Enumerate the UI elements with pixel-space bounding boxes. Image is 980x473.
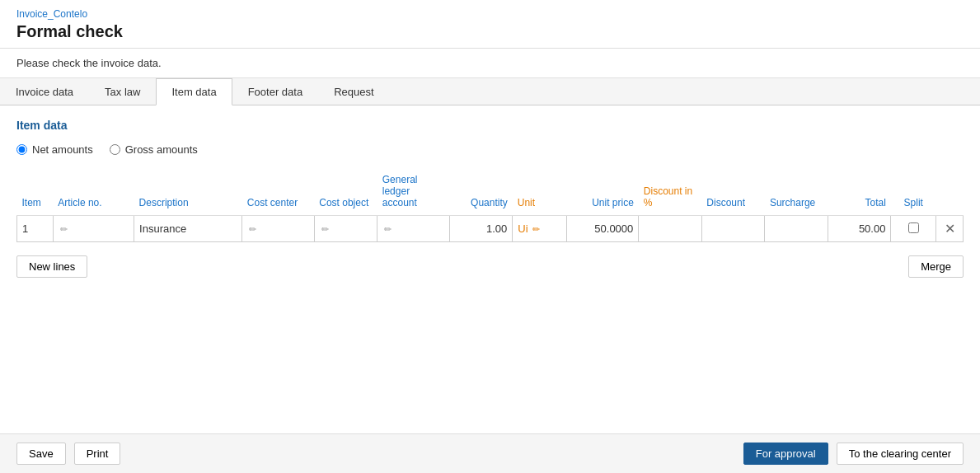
- tab-invoice-data[interactable]: Invoice data: [0, 78, 89, 105]
- cell-discount: [701, 216, 765, 242]
- row-actions: New lines Merge: [16, 255, 964, 278]
- cell-ledger[interactable]: ✏: [377, 216, 449, 242]
- col-header-split: Split: [891, 169, 936, 216]
- gross-amounts-label: Gross amounts: [125, 143, 198, 156]
- col-header-total: Total: [828, 169, 891, 216]
- net-amounts-option[interactable]: Net amounts: [16, 143, 93, 156]
- save-button[interactable]: Save: [16, 443, 66, 465]
- col-header-cost-object: Cost object: [314, 169, 377, 216]
- col-header-discount: Discount: [701, 169, 765, 216]
- print-button[interactable]: Print: [74, 443, 121, 465]
- delete-row-button[interactable]: ✕: [945, 221, 955, 236]
- cell-unit-price: 50.0000: [566, 216, 638, 242]
- col-header-description: Description: [134, 169, 242, 216]
- tab-footer-data[interactable]: Footer data: [232, 78, 319, 105]
- footer-right-actions: For approval To the clearing center: [743, 443, 964, 465]
- content-area: Item data Net amounts Gross amounts Item…: [0, 105, 980, 433]
- col-header-quantity: Quantity: [449, 169, 513, 216]
- footer: Save Print For approval To the clearing …: [0, 433, 980, 473]
- unit-edit-icon[interactable]: ✏: [532, 224, 540, 234]
- col-header-unit: Unit: [513, 169, 567, 216]
- col-header-item: Item: [17, 169, 54, 216]
- cell-quantity: 1.00: [449, 216, 513, 242]
- col-header-article: Article no.: [53, 169, 134, 216]
- table-header-row: Item Article no. Description Cost center…: [17, 169, 964, 216]
- table-row: 1 ✏ Insurance ✏ ✏: [17, 216, 964, 242]
- tab-tax-law[interactable]: Tax law: [89, 78, 156, 105]
- net-amounts-label: Net amounts: [32, 143, 93, 156]
- col-header-unit-price: Unit price: [566, 169, 638, 216]
- new-lines-button[interactable]: New lines: [16, 255, 87, 278]
- gross-amounts-radio[interactable]: [110, 144, 120, 155]
- to-clearing-center-button[interactable]: To the clearing center: [837, 443, 964, 465]
- cell-description: Insurance: [134, 216, 242, 242]
- col-header-discount-pct: Discount in %: [639, 169, 702, 216]
- table-body: 1 ✏ Insurance ✏ ✏: [17, 216, 964, 242]
- merge-button[interactable]: Merge: [908, 255, 964, 278]
- amount-type-radio-group: Net amounts Gross amounts: [16, 143, 964, 156]
- cell-delete[interactable]: ✕: [936, 216, 964, 242]
- app-container: Invoice_Contelo Formal check Please chec…: [0, 0, 980, 473]
- cell-article[interactable]: ✏: [53, 216, 134, 242]
- gross-amounts-option[interactable]: Gross amounts: [110, 143, 198, 156]
- page-title: Formal check: [16, 22, 964, 41]
- col-header-cost-center: Cost center: [242, 169, 314, 216]
- section-title: Item data: [16, 119, 964, 132]
- breadcrumb: Invoice_Contelo: [16, 8, 964, 20]
- cell-cost-object[interactable]: ✏: [314, 216, 377, 242]
- footer-left-actions: Save Print: [16, 443, 120, 465]
- header: Invoice_Contelo Formal check: [0, 0, 980, 49]
- cell-discount-pct: [639, 216, 702, 242]
- col-header-surcharge: Surcharge: [765, 169, 828, 216]
- ledger-edit-icon[interactable]: ✏: [384, 224, 392, 234]
- tabs-bar: Invoice data Tax law Item data Footer da…: [0, 78, 980, 105]
- tab-item-data[interactable]: Item data: [156, 78, 232, 105]
- for-approval-button[interactable]: For approval: [743, 443, 828, 465]
- subtitle: Please check the invoice data.: [0, 49, 980, 78]
- col-header-ledger: General ledger account: [377, 169, 449, 216]
- cost-object-edit-icon[interactable]: ✏: [321, 224, 329, 234]
- split-checkbox[interactable]: [908, 222, 919, 233]
- col-header-delete: [936, 169, 964, 216]
- cell-item-number: 1: [17, 216, 54, 242]
- cost-center-edit-icon[interactable]: ✏: [249, 224, 256, 234]
- cell-split[interactable]: [891, 216, 936, 242]
- net-amounts-radio[interactable]: [16, 144, 27, 155]
- article-edit-icon[interactable]: ✏: [60, 224, 68, 234]
- item-table: Item Article no. Description Cost center…: [16, 169, 964, 242]
- cell-surcharge: [765, 216, 828, 242]
- cell-unit[interactable]: Ui ✏: [513, 216, 567, 242]
- cell-total: 50.00: [828, 216, 891, 242]
- tab-request[interactable]: Request: [318, 78, 389, 105]
- cell-cost-center[interactable]: ✏: [242, 216, 314, 242]
